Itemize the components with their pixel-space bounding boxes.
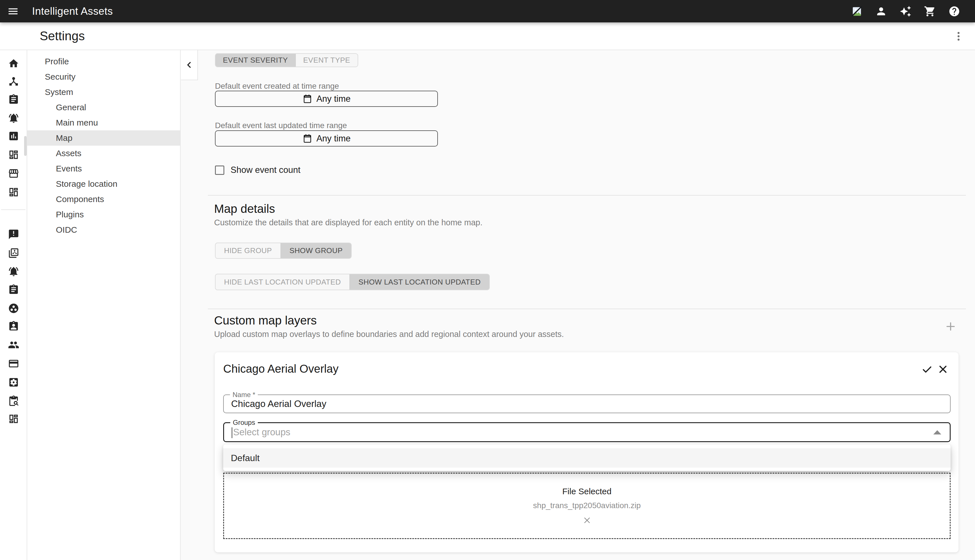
page-title: Settings: [40, 29, 85, 43]
hide-last-location-button[interactable]: HIDE LAST LOCATION UPDATED: [215, 274, 349, 290]
icon-rail: [0, 50, 27, 560]
dashboard-icon[interactable]: [8, 149, 19, 160]
show-event-count-checkbox[interactable]: [215, 165, 224, 175]
groups-placeholder: Select groups: [233, 423, 290, 441]
clipboard-icon[interactable]: [8, 284, 19, 295]
sidebar-item-map[interactable]: Map: [27, 130, 180, 146]
settings-applications-icon[interactable]: [8, 377, 19, 388]
show-last-location-button[interactable]: SHOW LAST LOCATION UPDATED: [349, 274, 489, 290]
sidebar-item-events[interactable]: Events: [27, 161, 180, 176]
settings-nav: Profile Security System General Main men…: [27, 50, 181, 560]
file-dropzone[interactable]: File Selected shp_trans_tpp2050aviation.…: [223, 473, 951, 539]
alarm-bell-icon[interactable]: [8, 113, 19, 124]
announcement-icon[interactable]: [8, 229, 19, 240]
sidebar-item-plugins[interactable]: Plugins: [27, 207, 180, 222]
chevron-left-icon: [184, 60, 194, 70]
updated-range-label: Default event last updated time range: [215, 121, 347, 130]
dashboard-icon[interactable]: [8, 413, 19, 425]
cart-icon[interactable]: [924, 5, 936, 17]
sidebar-item-system[interactable]: System: [27, 85, 180, 100]
updated-range-value: Any time: [317, 133, 351, 144]
add-layer-icon[interactable]: [944, 320, 957, 333]
section-divider: [208, 308, 966, 309]
more-options-icon[interactable]: [953, 31, 964, 42]
broken-image-icon[interactable]: [851, 5, 863, 17]
group-work-icon[interactable]: [8, 303, 19, 314]
cancel-icon[interactable]: [937, 363, 949, 375]
dropdown-option-default[interactable]: Default: [223, 448, 951, 468]
clipboard-icon[interactable]: [8, 94, 19, 105]
hide-group-button[interactable]: HIDE GROUP: [215, 243, 280, 258]
show-group-button[interactable]: SHOW GROUP: [280, 243, 351, 258]
badge-icon[interactable]: [8, 320, 19, 332]
map-details-heading: Map details: [214, 202, 275, 216]
section-divider: [208, 195, 966, 195]
help-icon[interactable]: [948, 5, 960, 17]
dropdown-arrow-icon[interactable]: [933, 430, 941, 435]
menu-icon[interactable]: [7, 5, 19, 17]
analytics-icon[interactable]: [8, 130, 19, 142]
groups-dropdown: Default: [223, 444, 951, 471]
custom-layers-subtitle: Upload custom map overlays to define bou…: [214, 330, 564, 339]
sidebar-item-oidc[interactable]: OIDC: [27, 222, 180, 237]
map-details-subtitle: Customize the details that are displayed…: [214, 218, 482, 227]
sidebar-item-storage-location[interactable]: Storage location: [27, 176, 180, 192]
show-event-count-row: Show event count: [215, 165, 301, 175]
file-name: shp_trans_tpp2050aviation.zip: [533, 501, 641, 510]
layer-card-title: Chicago Aerial Overlay: [223, 362, 339, 375]
event-tabs: EVENT SEVERITY EVENT TYPE: [215, 53, 358, 67]
sidebar-item-components[interactable]: Components: [27, 192, 180, 207]
home-icon[interactable]: [8, 58, 19, 69]
document-search-icon[interactable]: [8, 395, 19, 407]
text-cursor: [232, 427, 232, 438]
app-bar: Intelligent Assets: [0, 0, 975, 22]
device-hub-icon[interactable]: [8, 76, 19, 87]
media-hub-icon[interactable]: [8, 247, 19, 259]
app-bar-actions: [851, 5, 975, 17]
remove-file-icon[interactable]: [582, 515, 592, 525]
created-range-button[interactable]: Any time: [215, 91, 438, 107]
group-visibility-toggle: HIDE GROUP SHOW GROUP: [215, 243, 352, 259]
file-selected-label: File Selected: [563, 487, 611, 496]
alarm-bell-icon[interactable]: [8, 266, 19, 277]
account-icon[interactable]: [875, 5, 887, 17]
app-title: Intelligent Assets: [32, 5, 113, 17]
sidebar-item-profile[interactable]: Profile: [27, 54, 180, 69]
ai-sparkle-icon[interactable]: [900, 5, 912, 17]
sidebar-item-main-menu[interactable]: Main menu: [27, 115, 180, 130]
storefront-icon[interactable]: [8, 168, 19, 179]
created-range-label: Default event created at time range: [215, 82, 339, 91]
page-header: Settings: [0, 22, 975, 50]
updated-range-button[interactable]: Any time: [215, 130, 438, 147]
collapse-nav-button[interactable]: [181, 50, 198, 80]
credit-card-icon[interactable]: [8, 358, 19, 369]
sidebar-item-security[interactable]: Security: [27, 69, 180, 85]
confirm-icon[interactable]: [921, 363, 933, 375]
name-field-value: Chicago Aerial Overlay: [231, 395, 326, 413]
created-range-value: Any time: [317, 94, 351, 104]
rail-divider: [1, 210, 25, 210]
last-location-toggle: HIDE LAST LOCATION UPDATED SHOW LAST LOC…: [215, 274, 490, 290]
custom-layers-heading: Custom map layers: [214, 314, 317, 327]
layer-card: Chicago Aerial Overlay Name * Chicago Ae…: [215, 352, 958, 552]
settings-content: EVENT SEVERITY EVENT TYPE Default event …: [181, 50, 975, 560]
groups-field[interactable]: Groups Select groups: [223, 422, 951, 442]
name-field[interactable]: Name * Chicago Aerial Overlay: [223, 395, 951, 413]
tab-event-type[interactable]: EVENT TYPE: [296, 54, 357, 67]
rail-scrollbar-thumb[interactable]: [24, 136, 27, 156]
dashboard-icon[interactable]: [8, 187, 19, 198]
people-icon[interactable]: [8, 339, 19, 350]
show-event-count-label: Show event count: [230, 165, 301, 175]
tab-event-severity[interactable]: EVENT SEVERITY: [215, 54, 296, 67]
calendar-icon: [302, 94, 312, 104]
sidebar-item-general[interactable]: General: [27, 100, 180, 115]
calendar-icon: [302, 133, 312, 144]
sidebar-item-assets[interactable]: Assets: [27, 146, 180, 161]
